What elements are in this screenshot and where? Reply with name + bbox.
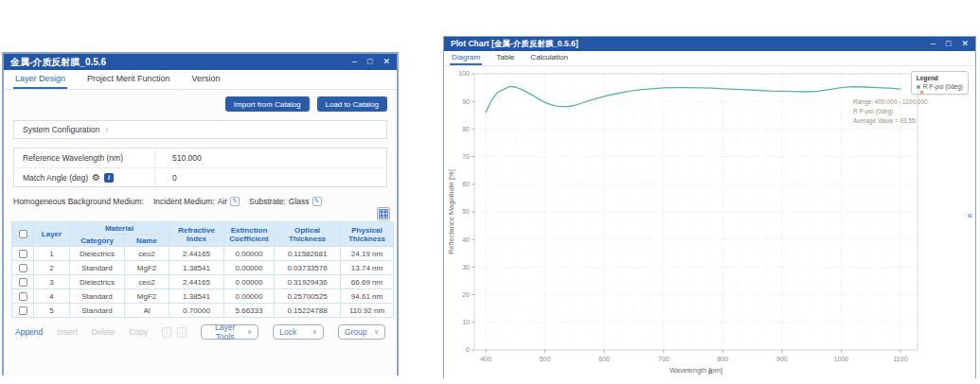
legend-title: Legend [917,75,963,81]
reference-wavelength-text: Reference Wavelength (nm) [23,153,123,163]
minimize-icon[interactable]: – [931,40,935,48]
edit-incident-medium-icon[interactable]: ✎ [230,197,240,206]
info-icon[interactable]: i [104,173,114,183]
delete-button[interactable]: Delete [92,327,116,337]
svg-text:500: 500 [540,356,551,362]
svg-text:50: 50 [462,208,470,215]
cell-category: Standard [70,289,125,304]
insert-button[interactable]: Insert [57,327,77,337]
minimize-icon[interactable]: – [352,58,357,66]
cell-physical: 24.19 nm [341,247,394,261]
import-from-catalog-button[interactable]: Import from Catalog [225,96,310,112]
header-material: Material [70,222,169,235]
move-up-button[interactable]: ↑ [162,327,171,338]
svg-text:10: 10 [462,319,470,325]
cell-physical: 66.69 nm [341,275,394,289]
window-title: 金属-介质反射膜_0.5.6 [10,56,106,69]
layer-tools-dropdown[interactable]: Layer Tools ∨ [201,324,258,340]
close-icon[interactable]: ✕ [383,58,390,66]
cell-layer: 3 [34,275,70,289]
tab-diagram[interactable]: Diagram [450,52,482,65]
window-controls: – □ ✕ [352,58,390,66]
system-configuration-expander[interactable]: System Configuration › [13,120,387,139]
select-all-checkbox[interactable] [19,230,27,238]
lock-label: Lock [279,327,296,337]
annotation-close-icon[interactable]: ✕ [919,88,925,97]
cell-layer: 5 [34,304,70,318]
table-row[interactable]: 5 Standard Al 0.70000 5.66333 0.15224788… [12,304,394,318]
lock-dropdown[interactable]: Lock ∨ [273,324,324,340]
cell-optical: 0.03733576 [275,261,341,275]
move-down-button[interactable]: ↓ [177,327,187,338]
svg-text:60: 60 [462,181,470,187]
cell-optical: 0.25700525 [275,289,341,304]
incident-medium-label: Incident Medium: [153,197,215,206]
tab-calculation[interactable]: Calculation [528,52,570,65]
svg-text:70: 70 [462,153,470,160]
window-controls: – □ ✕ [931,40,969,48]
cell-category: Dielectrics [70,247,125,261]
collapse-panel-left-icon[interactable]: « [967,210,972,220]
append-button[interactable]: Append [15,327,43,337]
reference-wavelength-input[interactable] [155,153,386,163]
background-medium-label: Homogeneous Background Medium: [13,197,144,206]
chevron-down-icon: ∨ [247,328,252,336]
svg-text:40: 40 [462,236,470,243]
cell-name: ceo2 [125,275,169,289]
maximize-icon[interactable]: □ [367,58,372,66]
row-checkbox[interactable] [19,306,27,315]
tab-table[interactable]: Table [494,52,516,65]
copy-button[interactable]: Copy [129,327,148,337]
row-checkbox[interactable] [19,250,27,258]
edit-substrate-icon[interactable]: ✎ [312,197,322,206]
svg-text:400: 400 [480,356,491,362]
cell-name: MgF2 [125,289,169,304]
cell-name: Al [125,304,169,318]
catalog-buttons-row: Import from Catalog Load to Catalog [4,90,397,112]
tab-layer-design[interactable]: Layer Design [13,71,67,89]
chevron-down-icon: ∨ [374,328,379,336]
right-titlebar: Plot Chart [金属-介质反射膜_0.5.6] – □ ✕ [444,37,975,51]
tab-project-merit-function[interactable]: Project Merit Function [85,71,172,89]
cell-refractive-index: 0.70000 [169,304,224,318]
annotation-range: Range: 400.000 - 1100.000 [853,97,928,107]
table-footer: Append Insert Delete Copy ↑ ↓ Layer Tool… [4,318,397,340]
cell-optical: 0.31929436 [275,275,341,289]
collapse-panel-up-icon[interactable]: « [705,369,715,375]
table-tools-row [4,206,397,220]
match-angle-input[interactable] [155,173,386,183]
table-row[interactable]: 1 Dielectrics ceo2 2.44165 0.00000 0.115… [12,247,394,261]
layer-design-content: Import from Catalog Load to Catalog Syst… [4,90,397,375]
row-checkbox[interactable] [19,278,27,287]
table-row[interactable]: 3 Dielectrics ceo2 2.44165 0.00000 0.319… [12,275,394,289]
cell-name: MgF2 [125,261,169,275]
chart-area: 0102030405060708090100400500600700800900… [444,66,975,378]
gear-icon[interactable]: ⚙ [92,173,100,183]
svg-text:1000: 1000 [834,356,849,362]
grid-icon [379,209,388,218]
header-name: Name [125,235,169,247]
svg-text:20: 20 [462,291,470,298]
tab-version[interactable]: Version [190,71,223,89]
load-to-catalog-button[interactable]: Load to Catalog [317,96,388,112]
maximize-icon[interactable]: □ [946,40,951,48]
close-icon[interactable]: ✕ [961,40,969,48]
reference-wavelength-label: Reference Wavelength (nm) [14,153,154,163]
cell-extinction: 0.00000 [224,247,275,261]
cell-refractive-index: 2.44165 [169,247,224,261]
row-checkbox[interactable] [19,264,27,272]
table-row[interactable]: 4 Standard MgF2 1.38541 0.00000 0.257005… [12,289,394,304]
group-dropdown[interactable]: Group ∨ [338,324,385,340]
header-category: Category [70,235,125,247]
substrate-label: Substrate: [249,197,286,206]
header-extinction-coefficient: Extinction Coefficient [224,222,275,247]
table-row[interactable]: 2 Standard MgF2 1.38541 0.00000 0.037335… [12,261,394,275]
layer-table: Layer Material Refractive Index Extincti… [11,221,394,318]
cell-extinction: 0.00000 [224,289,275,304]
substrate-group: Substrate: Glass ✎ [249,197,321,206]
plot-chart-window: Plot Chart [金属-介质反射膜_0.5.6] – □ ✕ Diagra… [443,36,976,378]
left-tabbar: Layer Design Project Merit Function Vers… [4,70,397,90]
substrate-value: Glass [289,197,310,206]
table-settings-button[interactable] [377,207,390,220]
row-checkbox[interactable] [19,292,27,301]
